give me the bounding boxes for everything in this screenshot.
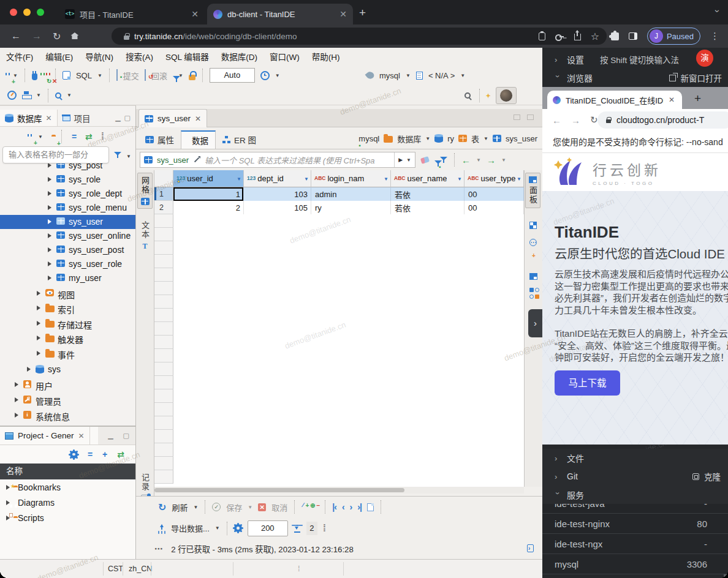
save-button[interactable]: 保存	[226, 501, 242, 513]
row-number[interactable]: 1	[154, 187, 173, 201]
tab-grid-view[interactable]: 网格	[137, 173, 153, 209]
commit-icon[interactable]: ▪	[116, 70, 118, 81]
table-filter-input[interactable]: 输入表格名称的一部分	[2, 146, 109, 163]
service-row-mysql[interactable]: mysql3306	[542, 554, 728, 574]
tree-item-触发器[interactable]: 触发器	[0, 331, 135, 345]
files-section[interactable]: › 文件	[542, 449, 728, 467]
breadcrumb-tables[interactable]: 表	[471, 133, 479, 144]
collapse-all-icon[interactable]: =	[88, 449, 93, 459]
reload-icon[interactable]: ↻	[53, 31, 61, 42]
tab-properties[interactable]: 属性	[138, 130, 181, 149]
git-section[interactable]: › Git 克隆	[542, 467, 728, 486]
tree-item-sys[interactable]: sys	[0, 362, 135, 377]
tab-er-diagram[interactable]: ER 图	[216, 130, 263, 149]
nav-forward-icon[interactable]: →	[487, 155, 496, 165]
expander-icon[interactable]	[48, 191, 51, 196]
tree-item-sys_user_online[interactable]: sys_user_online	[0, 229, 135, 243]
browser-section[interactable]: › 浏览器 新窗口打开	[542, 69, 728, 87]
cell-user_type[interactable]: 00	[464, 201, 524, 214]
sql-dropdown-icon[interactable]: ▼	[97, 73, 102, 78]
expander-icon[interactable]	[48, 233, 51, 238]
horizontal-scrollbar[interactable]	[154, 487, 524, 494]
menu-item-7[interactable]: 帮助(H)	[306, 50, 346, 62]
tree-item-sys_role_menu[interactable]: sys_role_menu	[0, 201, 135, 215]
tree-item-sys_user_post[interactable]: sys_user_post	[0, 243, 135, 257]
connect-dropdown-icon[interactable]: ▼	[13, 73, 18, 78]
sort-filter-icon[interactable]: ▼	[384, 176, 389, 182]
column-header-dept_id[interactable]: 123dept_id▼	[244, 170, 311, 187]
tree-item-存储过程[interactable]: 存储过程	[0, 317, 135, 331]
expander-icon[interactable]	[48, 205, 51, 210]
database-dropdown-icon[interactable]: ▼	[460, 73, 465, 78]
mini-icons-2[interactable]	[529, 295, 539, 299]
column-header-login_nam[interactable]: ABClogin_nam▼	[311, 170, 391, 187]
collapse-panel-handle[interactable]: ›	[528, 309, 542, 337]
commit-button[interactable]: 提交	[123, 70, 139, 81]
nav-back-icon[interactable]: ←	[461, 155, 471, 165]
cell-dept_id[interactable]: 103	[244, 187, 311, 201]
service-row-ide-test-nginx[interactable]: ide-test-nginx80	[542, 514, 728, 534]
browser-tab-db-client[interactable]: db-client - TitanIDE ✕	[207, 4, 353, 24]
menu-item-6[interactable]: 窗口(W)	[264, 50, 306, 62]
search-icon[interactable]	[55, 92, 61, 99]
settings-gear-icon[interactable]	[70, 451, 78, 459]
fetch-all-icon[interactable]	[294, 524, 301, 533]
browser-menu-icon[interactable]: ⋮	[710, 31, 719, 42]
project-item-Scripts[interactable]: Scripts	[0, 510, 135, 525]
close-tab-icon[interactable]: ✕	[191, 9, 199, 19]
url-field[interactable]: cloudtogo.cn/product-T	[597, 111, 728, 129]
tree-item-sys_user_role[interactable]: sys_user_role	[0, 257, 135, 271]
last-page-icon[interactable]: ›|	[357, 502, 362, 512]
browser-tab-project[interactable]: <t> 项目 - TitanIDE ✕	[59, 4, 205, 24]
row-number[interactable]: 2	[154, 201, 173, 214]
expander-icon[interactable]	[15, 413, 18, 418]
tab-panels[interactable]: 面板	[525, 173, 540, 208]
forward-icon[interactable]: →	[571, 115, 580, 126]
new-tab-button[interactable]: +	[694, 92, 701, 105]
next-page-icon[interactable]: ›	[350, 502, 352, 512]
tree-item-用户[interactable]: 用户	[0, 378, 135, 392]
project-item-Diagrams[interactable]: Diagrams	[0, 495, 135, 510]
tab-project-general[interactable]: Project - Gener ✕	[0, 427, 90, 445]
minimize-panel-icon[interactable]: ▁	[108, 432, 113, 440]
close-tab-icon[interactable]: ✕	[669, 96, 675, 104]
tree-item-sys_user[interactable]: sys_user	[0, 215, 135, 229]
tab-text-view[interactable]: 文本 T	[137, 218, 153, 253]
expander-icon[interactable]	[48, 177, 51, 182]
forward-icon[interactable]: →	[32, 31, 42, 42]
menu-item-4[interactable]: SQL 编辑器	[159, 50, 215, 62]
scrollbar-thumb[interactable]	[154, 488, 404, 492]
password-key-icon[interactable]	[555, 32, 564, 40]
minimize-window-button[interactable]	[23, 9, 31, 16]
breadcrumb-dropdown-icon[interactable]: ▼	[483, 136, 488, 141]
quick-search-icon[interactable]	[464, 92, 471, 99]
extensions-icon[interactable]	[611, 32, 619, 40]
close-window-button[interactable]	[10, 9, 17, 16]
cell-user_id[interactable]: 1	[173, 187, 244, 201]
expander-icon[interactable]	[15, 382, 18, 387]
breadcrumb-connection[interactable]: mysql	[358, 134, 379, 143]
user-avatar-button[interactable]	[496, 87, 517, 104]
expander-icon[interactable]	[6, 485, 10, 490]
mini-icons[interactable]	[529, 288, 539, 292]
nav-back-dropdown-icon[interactable]: ▼	[476, 157, 481, 163]
status-menu-icon[interactable]: ⋯	[154, 544, 162, 554]
close-tab-icon[interactable]: ✕	[339, 9, 347, 19]
maximize-editor-icon[interactable]	[527, 114, 534, 120]
nav-forward-dropdown-icon[interactable]: ▼	[501, 157, 506, 163]
sql-editor-button[interactable]: SQL	[76, 71, 92, 80]
dashboard-icon[interactable]	[7, 91, 17, 100]
breadcrumb-dropdown-icon[interactable]: ▼	[425, 136, 430, 141]
clipboard-icon[interactable]	[539, 32, 545, 40]
refresh-button[interactable]: 刷新	[172, 501, 188, 513]
menu-item-2[interactable]: 导航(N)	[79, 50, 119, 62]
refresh-dropdown-icon[interactable]: ▼	[193, 505, 198, 510]
expander-icon[interactable]	[27, 367, 31, 372]
side-panel-icon[interactable]	[629, 32, 637, 40]
home-icon[interactable]	[70, 31, 78, 42]
column-header-user_type[interactable]: ABCuser_type▼	[464, 170, 524, 187]
cancel-button[interactable]: 取消	[271, 501, 287, 513]
export-dropdown-icon[interactable]: ▼	[215, 525, 220, 531]
sql-filter-input[interactable]: sys_user 输入一个 SQL 表达式来过滤结果 (使用 Ctrl+Spa …	[140, 152, 415, 168]
breadcrumb-database[interactable]: 数据库	[397, 133, 421, 144]
